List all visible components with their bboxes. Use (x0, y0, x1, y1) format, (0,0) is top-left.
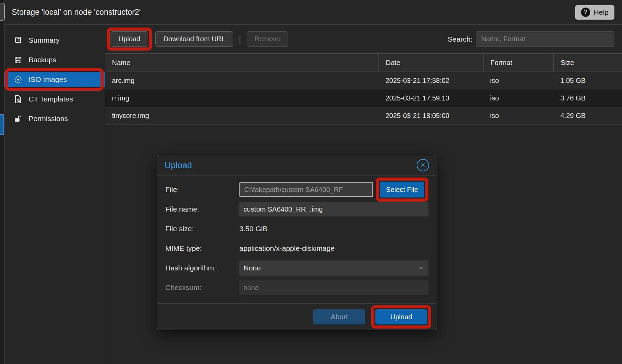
sidebar-item-permissions[interactable]: Permissions (4, 111, 105, 126)
cell-date: 2025-03-21 17:59:13 (379, 89, 483, 107)
upload-dialog: Upload File: Select File File name: Fi (157, 155, 437, 330)
upload-toolbar-button[interactable]: Upload (111, 31, 148, 47)
chevron-down-icon (417, 265, 424, 271)
table-row[interactable]: rr.img 2025-03-21 17:59:13 iso 3.76 GB (105, 89, 622, 107)
checksum-input[interactable] (239, 280, 428, 295)
cell-name: rr.img (105, 89, 379, 107)
cell-name: tinycore.img (105, 107, 379, 124)
search-label: Search: (448, 35, 473, 43)
cell-date: 2025-03-21 17:58:02 (379, 72, 483, 89)
sidebar-item-iso-images[interactable]: ISO Images (4, 72, 105, 87)
iso-images-table: Name Date Format Size arc.img 2025-03-21… (105, 53, 622, 125)
cell-name: arc.img (105, 72, 379, 89)
hash-algorithm-row: Hash algorithm: None (165, 261, 428, 275)
abort-button[interactable]: Abort (313, 309, 365, 324)
sidebar-item-label: Backups (29, 56, 56, 64)
disc-icon (14, 75, 22, 84)
sidebar-item-backups[interactable]: Backups (4, 52, 105, 67)
mime-type-label: MIME type: (165, 244, 239, 253)
help-button[interactable]: ? Help (575, 5, 614, 20)
hash-algorithm-label: Hash algorithm: (165, 264, 239, 272)
checksum-label: Checksum: (165, 283, 239, 292)
file-name-input[interactable] (239, 202, 428, 216)
sidebar-item-label: ISO Images (29, 75, 67, 84)
table-row[interactable]: tinycore.img 2025-03-21 18:05:00 iso 4.2… (105, 107, 622, 125)
upload-dialog-header[interactable]: Upload (157, 155, 437, 175)
floppy-icon (14, 56, 22, 64)
toolbar: Upload Download from URL | Remove Search… (105, 25, 622, 53)
sidebar-item-summary[interactable]: Summary (4, 33, 105, 48)
file-size-row: File size: 3.50 GiB (165, 222, 428, 236)
sidebar-item-label: Summary (29, 36, 60, 44)
book-icon (14, 36, 22, 45)
mime-type-row: MIME type: application/x-apple-diskimage (165, 241, 428, 256)
file-label: File: (165, 185, 239, 194)
file-path-input[interactable] (239, 182, 373, 197)
hash-algorithm-value: None (243, 264, 261, 272)
sidebar-item-ct-templates[interactable]: CT Templates (4, 92, 105, 107)
checksum-row: Checksum: (165, 280, 428, 295)
file-name-label: File name: (165, 205, 239, 213)
file-name-row: File name: (165, 202, 428, 216)
upload-dialog-title: Upload (165, 160, 192, 170)
cell-size: 1.05 GB (553, 72, 622, 89)
red-annotation-upload-submit: Upload (371, 305, 431, 329)
hash-algorithm-select[interactable]: None (239, 260, 428, 276)
column-header-date[interactable]: Date (379, 54, 483, 72)
template-icon (14, 95, 22, 104)
upload-submit-button[interactable]: Upload (375, 309, 427, 324)
file-size-value: 3.50 GiB (239, 225, 268, 233)
upload-dialog-body: File: Select File File name: File size: … (157, 175, 437, 303)
unlock-icon (14, 115, 22, 123)
cell-format: iso (483, 72, 553, 89)
title-bar: Storage 'local' on node 'constructor2' ?… (4, 0, 622, 25)
upload-dialog-footer: Abort Upload (157, 303, 437, 330)
column-header-name[interactable]: Name (105, 54, 379, 72)
cell-format: iso (483, 89, 553, 107)
column-header-format[interactable]: Format (483, 54, 553, 72)
red-annotation-select-file: Select File (376, 178, 428, 202)
partial-tree-selection (0, 114, 4, 135)
table-header-row: Name Date Format Size (105, 53, 622, 72)
sidebar-item-label: CT Templates (29, 95, 73, 103)
sidebar: Summary Backups ISO Images (4, 25, 105, 364)
file-size-label: File size: (165, 225, 239, 233)
help-icon: ? (581, 8, 590, 17)
close-icon[interactable] (417, 159, 429, 171)
cell-date: 2025-03-21 18:05:00 (379, 107, 483, 124)
remove-button[interactable]: Remove (247, 31, 288, 47)
column-header-size[interactable]: Size (553, 54, 622, 72)
table-row[interactable]: arc.img 2025-03-21 17:58:02 iso 1.05 GB (105, 72, 622, 89)
mime-type-value: application/x-apple-diskimage (239, 244, 335, 253)
red-annotation-upload-toolbar: Upload (107, 28, 152, 51)
cell-format: iso (483, 107, 553, 124)
sidebar-item-label: Permissions (29, 115, 68, 123)
download-from-url-button[interactable]: Download from URL (155, 31, 233, 47)
proxmox-storage-window: Storage 'local' on node 'constructor2' ?… (0, 0, 622, 364)
help-button-label: Help (594, 8, 609, 17)
file-row: File: Select File (165, 182, 428, 197)
search-input[interactable] (476, 31, 614, 47)
toolbar-separator: | (239, 34, 241, 44)
select-file-button[interactable]: Select File (380, 182, 424, 197)
cell-size: 4.29 GB (553, 107, 622, 124)
page-title: Storage 'local' on node 'constructor2' (12, 8, 141, 17)
cell-size: 3.76 GB (553, 89, 622, 107)
